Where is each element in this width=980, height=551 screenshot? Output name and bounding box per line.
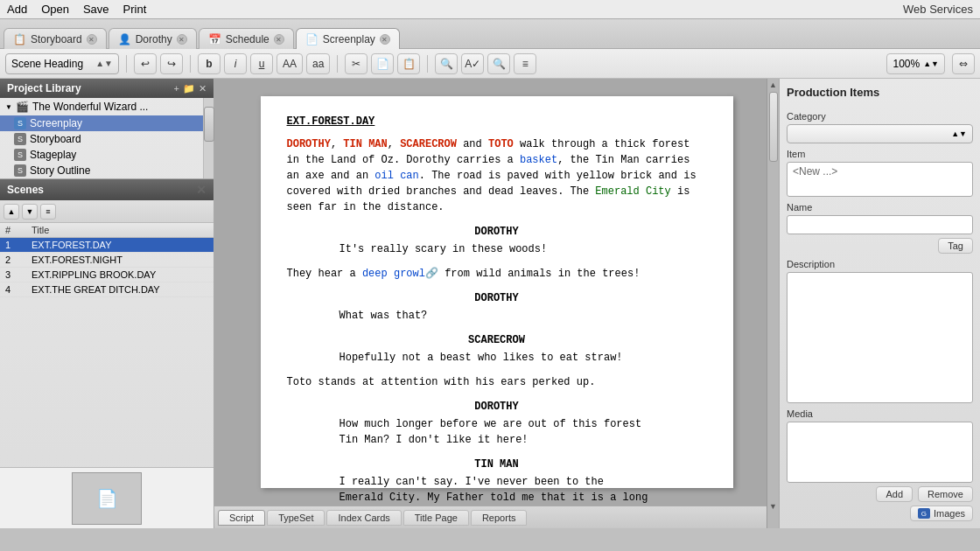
- category-select-arrow: ▲▼: [951, 129, 967, 138]
- scroll-down-arrow[interactable]: ▼: [767, 502, 779, 511]
- bottom-tab-typeset[interactable]: TypeSet: [267, 510, 325, 526]
- toolbar-sep-1: [126, 55, 127, 73]
- tab-screenplay-label: Screenplay: [323, 33, 375, 45]
- menu-print[interactable]: Print: [123, 3, 147, 16]
- media-box: [787, 422, 973, 483]
- table-row[interactable]: 1EXT.FOREST.DAY: [0, 238, 214, 253]
- scenes-toolbar: ▲ ▼ ≡: [0, 200, 214, 223]
- library-item-screenplay[interactable]: S Screenplay: [0, 115, 203, 131]
- storyboard-item-icon: S: [14, 133, 26, 145]
- editor-content[interactable]: EXT.FOREST.DAY DOROTHY, TIN MAN, SCARECR…: [214, 79, 779, 506]
- library-item-stageplay[interactable]: S Stageplay: [0, 147, 203, 163]
- storyboard-tab-icon: 📋: [13, 33, 26, 45]
- redo-button[interactable]: ↪: [160, 53, 183, 74]
- library-item-storyboard[interactable]: S Storyboard: [0, 131, 203, 147]
- schedule-tab-icon: 📅: [208, 33, 221, 45]
- font-small-button[interactable]: aa: [306, 53, 330, 74]
- table-row[interactable]: 3EXT.RIPPLING BROOK.DAY: [0, 268, 214, 282]
- zoom-control[interactable]: 100% ▲▼: [886, 53, 945, 74]
- tab-storyboard[interactable]: 📋 Storyboard ✕: [4, 28, 107, 49]
- library-close-button[interactable]: ✕: [199, 83, 206, 94]
- action-block-2: They hear a deep growl🔗 from wild animal…: [287, 266, 707, 282]
- tab-screenplay-close[interactable]: ✕: [380, 34, 390, 45]
- production-panel: Production Items Category ▲▼ Item <New .…: [779, 79, 980, 528]
- name-input[interactable]: [787, 215, 973, 234]
- action-block-1: DOROTHY, TIN MAN, SCARECROW and TOTO wal…: [287, 136, 707, 215]
- bold-button[interactable]: b: [198, 53, 220, 74]
- bottom-tab-title-page[interactable]: Title Page: [403, 510, 469, 526]
- dialogue-tin-man-1: I really can't say. I've never been to t…: [340, 474, 654, 506]
- toolbar-sep-2: [190, 55, 191, 73]
- stageplay-item-label: Stageplay: [30, 149, 76, 161]
- menu-add[interactable]: Add: [7, 3, 27, 16]
- more-button[interactable]: ≡: [514, 53, 536, 74]
- tab-dorothy[interactable]: 👤 Dorothy ✕: [108, 28, 197, 49]
- scenes-table: # Title 1EXT.FOREST.DAY2EXT.FOREST.NIGHT…: [0, 223, 214, 467]
- undo-button[interactable]: ↩: [134, 53, 157, 74]
- scene-heading: EXT.FOREST.DAY: [287, 114, 707, 129]
- thumbnail-placeholder-icon: 📄: [96, 488, 118, 509]
- menu-open[interactable]: Open: [41, 3, 69, 16]
- location-emerald-city: Emerald City: [595, 185, 670, 198]
- menu-save[interactable]: Save: [83, 3, 109, 16]
- bottom-tab-reports[interactable]: Reports: [471, 510, 528, 526]
- library-scroll-thumb[interactable]: [204, 107, 214, 142]
- scenes-col-num: #: [0, 223, 26, 238]
- dorothy-tab-icon: 👤: [118, 33, 131, 45]
- table-row[interactable]: 4EXT.THE GREAT DITCH.DAY: [0, 282, 214, 297]
- scroll-thumb[interactable]: [769, 92, 778, 162]
- library-folder-button[interactable]: 📁: [183, 83, 195, 94]
- paste-button[interactable]: 📋: [397, 53, 420, 74]
- description-textarea[interactable]: [787, 272, 973, 403]
- tab-schedule[interactable]: 📅 Schedule ✕: [199, 28, 294, 49]
- underline-button[interactable]: u: [250, 53, 273, 74]
- menu-items: Add Open Save Print: [7, 3, 146, 16]
- story-outline-item-label: Story Outline: [30, 164, 90, 177]
- tab-schedule-close[interactable]: ✕: [274, 34, 284, 45]
- editor-scrollbar[interactable]: ▲ ▼: [766, 79, 779, 528]
- zoom-out-button[interactable]: 🔍: [487, 53, 510, 74]
- library-add-button[interactable]: +: [174, 83, 179, 94]
- scene-num: 3: [0, 268, 26, 282]
- spellcheck-button[interactable]: A✓: [461, 53, 484, 74]
- tab-dorothy-label: Dorothy: [136, 33, 172, 45]
- project-name-label: The Wonderful Wizard ...: [32, 101, 149, 113]
- images-button[interactable]: G Images: [910, 506, 973, 521]
- prop-basket: basket: [520, 154, 557, 166]
- tab-dorothy-close[interactable]: ✕: [177, 34, 187, 45]
- library-header-buttons: + 📁 ✕: [174, 83, 206, 94]
- root-expand-icon: ▼: [5, 103, 12, 111]
- bottom-tab-script[interactable]: Script: [218, 510, 265, 526]
- tag-button[interactable]: Tag: [938, 238, 973, 254]
- bottom-tab-index-cards[interactable]: Index Cards: [326, 510, 401, 526]
- web-services-label: Web Services: [903, 3, 973, 16]
- scenes-close-button[interactable]: ✕: [196, 183, 206, 197]
- library-item-story-outline[interactable]: S Story Outline: [0, 163, 203, 178]
- images-icon: G: [918, 508, 930, 519]
- italic-button[interactable]: i: [224, 53, 247, 74]
- find-button[interactable]: 🔍: [435, 53, 458, 74]
- scenes-down-button[interactable]: ▼: [22, 204, 38, 220]
- cut-button[interactable]: ✂: [345, 53, 368, 74]
- bottom-tabs: Script TypeSet Index Cards Title Page Re…: [214, 506, 779, 528]
- category-select[interactable]: ▲▼: [787, 124, 973, 143]
- library-scroll-track[interactable]: [203, 98, 214, 178]
- font-large-button[interactable]: AA: [276, 53, 303, 74]
- library-root-item[interactable]: ▼ 🎬 The Wonderful Wizard ...: [0, 98, 203, 115]
- remove-button[interactable]: Remove: [918, 486, 973, 502]
- copy-button[interactable]: 📄: [371, 53, 394, 74]
- tab-storyboard-close[interactable]: ✕: [87, 34, 97, 45]
- tab-schedule-label: Schedule: [226, 33, 270, 45]
- full-screen-button[interactable]: ⇔: [952, 53, 975, 74]
- item-new[interactable]: <New ...>: [793, 165, 967, 178]
- scenes-up-button[interactable]: ▲: [4, 204, 19, 220]
- item-list[interactable]: <New ...>: [787, 162, 973, 197]
- tab-screenplay[interactable]: 📄 Screenplay ✕: [296, 28, 400, 49]
- table-row[interactable]: 2EXT.FOREST.NIGHT: [0, 253, 214, 268]
- scenes-sort-button[interactable]: ≡: [40, 204, 56, 220]
- scroll-up-arrow[interactable]: ▲: [767, 79, 779, 91]
- format-select[interactable]: Scene Heading ▲▼: [5, 53, 119, 74]
- toolbar: Scene Heading ▲▼ ↩ ↪ b i u AA aa ✂ 📄 📋 🔍…: [0, 49, 980, 79]
- add-button[interactable]: Add: [876, 486, 913, 502]
- main-container: Project Library + 📁 ✕ ▼ 🎬 The Wonderful …: [0, 79, 980, 528]
